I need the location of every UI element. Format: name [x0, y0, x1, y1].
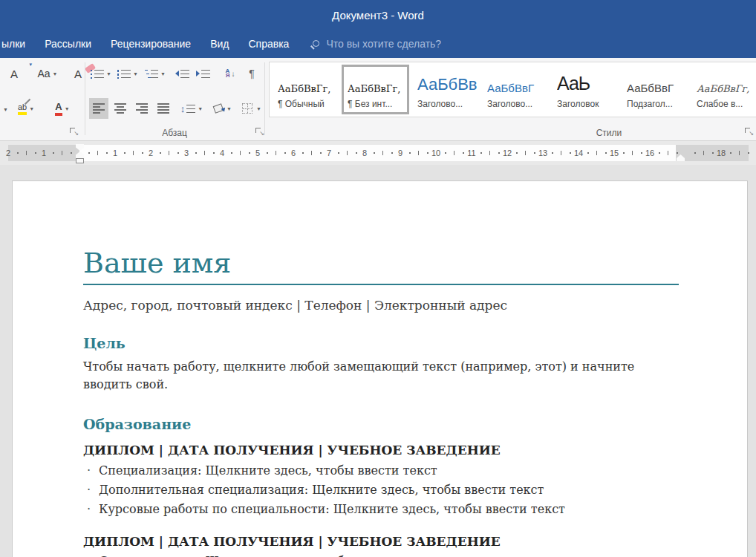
- justify-button[interactable]: [154, 98, 173, 119]
- lines-icon: [180, 69, 189, 78]
- tellme-search[interactable]: Что вы хотите сделать?: [310, 38, 441, 50]
- style-card-subtle-emphasis[interactable]: АаБбВвГг, Слабое в...: [691, 65, 756, 114]
- align-left-icon: [93, 103, 105, 114]
- shading-button[interactable]: ▼: [209, 98, 236, 119]
- ruler-half-tick: [204, 151, 205, 155]
- increase-indent-button[interactable]: [193, 64, 212, 83]
- text-highlight-icon: ab: [18, 102, 27, 115]
- pencil-icon: [25, 98, 30, 104]
- doc-goal-paragraph[interactable]: Чтобы начать работу, щелкните любой заме…: [83, 358, 679, 394]
- left-indent-marker[interactable]: [76, 158, 84, 163]
- style-card-no-spacing[interactable]: АаБбВвГг, ¶ Без инт...: [342, 65, 409, 114]
- show-marks-button[interactable]: ¶: [244, 64, 260, 83]
- tab-spravka[interactable]: Справка: [238, 30, 299, 58]
- chevron-down-icon: ▼: [256, 106, 261, 111]
- shrink-font-button[interactable]: А ▾: [1, 64, 27, 83]
- document-page[interactable]: Ваше имя Адрес, город, почтовый индекс |…: [12, 180, 748, 557]
- list-item[interactable]: Курсовые работы по специальности: Щелкни…: [83, 502, 679, 516]
- chevron-down-icon[interactable]: ▼: [3, 107, 8, 112]
- align-left-button[interactable]: [89, 98, 108, 119]
- ruler-number: 16: [645, 149, 654, 157]
- ruler-quarter-dot: [534, 152, 535, 154]
- style-preview: АаБбВвГ: [627, 67, 687, 94]
- tab-vid[interactable]: Вид: [201, 30, 238, 58]
- font-color-button[interactable]: А ▼: [48, 98, 77, 119]
- ruler-quarter-dot: [694, 152, 696, 154]
- chevron-down-icon: ▼: [29, 106, 34, 111]
- doc-education-heading[interactable]: Образование: [83, 416, 679, 432]
- ruler-quarter-dot: [302, 152, 304, 154]
- ruler-half-tick: [525, 151, 526, 155]
- doc-education-entry1-list: Специализация: Щелкните здесь, чтобы вве…: [83, 463, 679, 517]
- style-label: Подзагол...: [627, 99, 687, 109]
- tab-ssylki[interactable]: ылки: [0, 30, 35, 58]
- ruler-quarter-dot: [623, 152, 625, 154]
- ruler-half-tick: [632, 151, 633, 155]
- group-separator: [85, 62, 85, 135]
- numbering-button[interactable]: ▼: [116, 64, 140, 83]
- borders-button[interactable]: ▼: [239, 98, 264, 119]
- align-center-button[interactable]: [111, 98, 130, 119]
- font-dialog-launcher[interactable]: ↘: [69, 127, 79, 137]
- doc-name-heading[interactable]: Ваше имя: [83, 247, 679, 280]
- increase-indent-icon: [196, 71, 200, 76]
- document-canvas[interactable]: Ваше имя Адрес, город, почтовый индекс |…: [0, 165, 756, 557]
- ruler-number: 1: [42, 149, 46, 157]
- paragraph-dialog-launcher[interactable]: ↘: [255, 127, 264, 137]
- ruler-quarter-dot: [195, 152, 197, 154]
- ruler-quarter-dot: [605, 152, 607, 154]
- list-item[interactable]: Специализация: Щелкните здесь, чтобы вве…: [83, 554, 679, 557]
- ruler-number: 6: [291, 149, 296, 157]
- ruler-half-tick: [97, 151, 98, 155]
- list-item[interactable]: Дополнительная специализация: Щелкните з…: [83, 483, 679, 497]
- sort-button[interactable]: А Я ↓: [220, 64, 241, 83]
- line-spacing-button[interactable]: ↕ ▼: [178, 98, 205, 119]
- ruler-quarter-dot: [552, 152, 553, 154]
- ruler-number: 1: [113, 149, 117, 157]
- ruler-number: 8: [362, 149, 367, 157]
- style-card-heading2[interactable]: АаБбВвГ Заголово...: [481, 65, 549, 114]
- tab-rassylki[interactable]: Рассылки: [35, 30, 101, 58]
- align-right-button[interactable]: [132, 98, 151, 119]
- doc-goal-heading[interactable]: Цель: [83, 335, 679, 351]
- multilevel-list-button[interactable]: ▼: [143, 64, 168, 83]
- style-card-subtitle[interactable]: АаБбВвГ Подзагол...: [621, 65, 688, 114]
- ruler[interactable]: 211234567891011121314151618: [8, 145, 749, 161]
- ruler-quarter-dot: [498, 152, 500, 154]
- change-case-button[interactable]: Aa ▼: [31, 64, 64, 83]
- ruler-number: 5: [255, 149, 260, 157]
- ruler-quarter-dot: [748, 152, 749, 154]
- styles-dialog-launcher[interactable]: ↘: [744, 127, 754, 137]
- bullets-button[interactable]: ▼: [89, 64, 113, 83]
- doc-education-entry1-title[interactable]: ДИПЛОМ | ДАТА ПОЛУЧЕНИЯ | УЧЕБНОЕ ЗАВЕДЕ…: [83, 443, 679, 457]
- tab-recenzirovanie[interactable]: Рецензирование: [101, 30, 201, 58]
- doc-education-entry2-title[interactable]: ДИПЛОМ | ДАТА ПОЛУЧЕНИЯ | УЧЕБНОЕ ЗАВЕДЕ…: [83, 534, 679, 549]
- ruler-half-tick: [26, 151, 27, 155]
- ribbon-tab-bar: ылки Рассылки Рецензирование Вид Справка…: [0, 30, 756, 58]
- ruler-half-tick: [240, 151, 241, 155]
- style-card-normal[interactable]: АаБбВвГг, ¶ Обычный: [272, 65, 339, 114]
- text-highlight-button[interactable]: ab ▼: [10, 98, 42, 119]
- ruler-quarter-dot: [677, 152, 678, 154]
- style-card-heading1[interactable]: АаБбВв Заголово...: [411, 65, 479, 114]
- style-label: Заголово...: [487, 99, 547, 109]
- line-spacing-icon: ↕: [180, 103, 186, 114]
- decrease-indent-button[interactable]: [172, 64, 192, 83]
- ruler-half-tick: [347, 151, 348, 155]
- style-card-title[interactable]: АаЬ Заголовок: [551, 65, 619, 114]
- ruler-quarter-dot: [356, 152, 357, 154]
- ruler-quarter-dot: [177, 152, 179, 154]
- chevron-down-icon: ▼: [53, 71, 58, 76]
- doc-contact-line[interactable]: Адрес, город, почтовый индекс | Телефон …: [83, 298, 679, 313]
- ruler-quarter-dot: [88, 152, 90, 154]
- style-preview: АаБбВвГг,: [278, 67, 338, 94]
- ruler-quarter-dot: [142, 152, 143, 154]
- ruler-number: 9: [398, 149, 403, 157]
- style-preview: АаЬ: [557, 67, 617, 94]
- ruler-quarter-dot: [53, 152, 54, 154]
- ribbon: А ▾ Aa ▼ А ▼ ab ▼ А ▼ ↘: [0, 58, 756, 141]
- chevron-down-icon: ▼: [227, 106, 232, 111]
- ruler-number: 12: [503, 149, 512, 157]
- list-item[interactable]: Специализация: Щелкните здесь, чтобы вве…: [83, 463, 679, 478]
- ruler-half-tick: [418, 151, 419, 155]
